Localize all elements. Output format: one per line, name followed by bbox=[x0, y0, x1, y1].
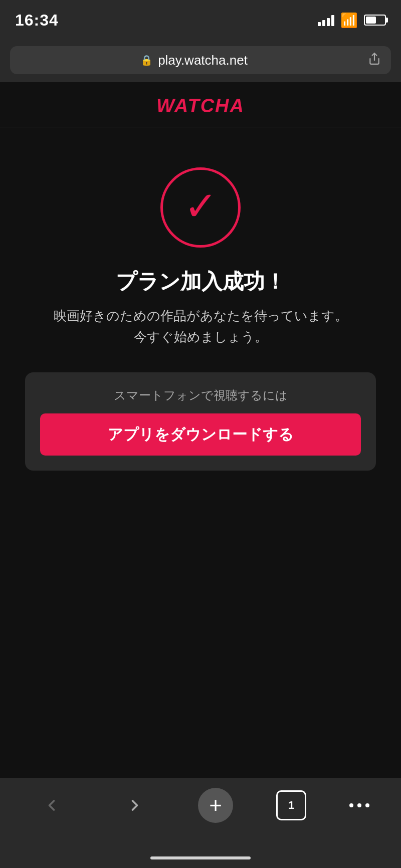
success-circle: ✓ bbox=[160, 167, 241, 248]
success-icon-container: ✓ bbox=[160, 167, 241, 248]
tabs-button[interactable]: 1 bbox=[276, 790, 306, 820]
success-description: 映画好きのための作品があなたを待っています。今すぐ始めましょう。 bbox=[54, 306, 348, 347]
home-indicator bbox=[0, 848, 401, 868]
success-title: プラン加入成功！ bbox=[116, 268, 286, 296]
bottom-bar: + 1 bbox=[0, 778, 401, 848]
download-card: スマートフォンで視聴するには アプリをダウンロードする bbox=[25, 372, 376, 471]
new-tab-button[interactable]: + bbox=[198, 788, 233, 823]
wifi-icon: 📶 bbox=[340, 12, 358, 29]
back-button[interactable] bbox=[32, 785, 72, 825]
share-icon[interactable] bbox=[368, 52, 381, 69]
url-text: play.watcha.net bbox=[158, 53, 248, 68]
status-bar: 16:34 📶 bbox=[0, 0, 401, 40]
status-time: 16:34 bbox=[15, 11, 59, 30]
lock-icon: 🔒 bbox=[140, 54, 153, 66]
signal-icon bbox=[318, 14, 334, 26]
logo-text: WATCHA bbox=[156, 95, 245, 116]
status-icons: 📶 bbox=[318, 12, 386, 29]
home-indicator-bar bbox=[150, 856, 251, 859]
address-bar[interactable]: 🔒 play.watcha.net bbox=[10, 46, 391, 74]
site-logo: WATCHA bbox=[156, 92, 245, 117]
forward-button[interactable] bbox=[115, 785, 155, 825]
card-label: スマートフォンで視聴するには bbox=[40, 387, 361, 403]
browser-chrome: 🔒 play.watcha.net bbox=[0, 40, 401, 82]
main-content: ✓ プラン加入成功！ 映画好きのための作品があなたを待っています。今すぐ始めまし… bbox=[0, 127, 401, 778]
more-button[interactable] bbox=[349, 803, 369, 807]
tabs-count: 1 bbox=[288, 799, 294, 812]
download-app-button[interactable]: アプリをダウンロードする bbox=[40, 413, 361, 456]
site-header: WATCHA bbox=[0, 82, 401, 127]
battery-icon bbox=[364, 15, 386, 26]
checkmark-icon: ✓ bbox=[184, 186, 218, 227]
